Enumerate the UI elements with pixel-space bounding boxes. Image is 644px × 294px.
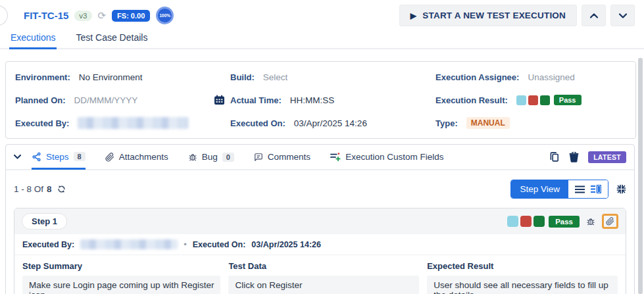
step-executed-on-label: Executed On: bbox=[193, 240, 246, 249]
step-executed-on-value: 03/Apr/2025 14:26 bbox=[251, 240, 321, 249]
calendar-icon[interactable] bbox=[214, 95, 225, 105]
next-chevron-down-button[interactable] bbox=[610, 5, 635, 26]
back-circle-button[interactable] bbox=[0, 5, 8, 26]
top-bar: FIT-TC-15 v3 ⟳ FS: 0.00 100% ▶ START A N… bbox=[0, 0, 644, 31]
step-result-square-green[interactable] bbox=[533, 216, 545, 227]
step-1-header[interactable]: Step 1 Pass bbox=[14, 208, 626, 234]
tab-steps-label: Steps bbox=[46, 152, 69, 162]
tab-execution-custom-fields[interactable]: Execution Custom Fields bbox=[330, 145, 443, 169]
execution-result-label: Execution Result: bbox=[435, 95, 508, 105]
tab-test-case-details[interactable]: Test Case Details bbox=[74, 31, 149, 48]
chevron-up-icon bbox=[590, 13, 598, 18]
main-tab-bar: Executions Test Case Details bbox=[0, 31, 644, 49]
result-square-red[interactable] bbox=[528, 95, 538, 105]
tab-execution-custom-fields-label: Execution Custom Fields bbox=[345, 152, 443, 162]
previous-chevron-up-button[interactable] bbox=[582, 5, 606, 26]
play-icon: ▶ bbox=[410, 11, 416, 20]
type-label: Type: bbox=[435, 118, 458, 128]
step-result-square-lightblue[interactable] bbox=[507, 216, 518, 227]
expected-result-value[interactable]: User should see all necessary fields to … bbox=[427, 276, 618, 294]
result-square-lightblue[interactable] bbox=[516, 95, 526, 105]
step-attachment-button-highlighted[interactable] bbox=[602, 214, 618, 229]
steps-count-row: 1 - 8 Of 8 Step View bbox=[6, 170, 634, 208]
test-data-column: Test Data Click on Register bbox=[228, 261, 419, 294]
tab-attachments[interactable]: Attachments bbox=[105, 145, 168, 169]
test-case-brand: FIT-TC-15 v3 ⟳ FS: 0.00 100% bbox=[24, 7, 174, 24]
split-view-icon[interactable] bbox=[591, 185, 601, 193]
list-view-icon[interactable] bbox=[575, 185, 585, 193]
environment-value[interactable]: No Environment bbox=[79, 72, 143, 82]
environment-label: Environment: bbox=[15, 72, 70, 82]
progress-circle-badge: 100% bbox=[156, 7, 174, 24]
actual-time-input[interactable]: HH:MM:SS bbox=[290, 95, 335, 105]
tab-comments[interactable]: Comments bbox=[254, 145, 310, 169]
field-execution-assignee: Execution Assignee: Unassigned bbox=[435, 70, 626, 84]
pagination-range: 1 - 8 Of bbox=[14, 184, 43, 194]
test-data-header: Test Data bbox=[228, 261, 419, 271]
collapse-section-chevron-icon[interactable] bbox=[14, 155, 21, 159]
result-square-green[interactable] bbox=[540, 95, 550, 105]
field-build: Build: Select bbox=[230, 70, 435, 84]
planned-on-input[interactable]: DD/MMM/YYYY bbox=[74, 95, 138, 105]
version-badge: v3 bbox=[74, 11, 91, 21]
custom-fields-icon bbox=[330, 152, 341, 162]
step-1-header-actions: Pass bbox=[507, 214, 618, 229]
scrollbar-thumb[interactable] bbox=[638, 58, 643, 294]
tab-attachments-label: Attachments bbox=[119, 152, 168, 162]
test-data-value[interactable]: Click on Register bbox=[228, 276, 419, 294]
vertical-scrollbar[interactable] bbox=[638, 58, 643, 294]
step-result-square-red[interactable] bbox=[520, 216, 532, 227]
execution-assignee-value[interactable]: Unassigned bbox=[528, 72, 574, 82]
executed-by-redacted-value bbox=[78, 117, 188, 129]
step-executed-by-label: Executed By: bbox=[22, 240, 74, 249]
start-new-test-execution-button[interactable]: ▶ START A NEW TEST EXECUTION bbox=[399, 5, 577, 26]
step-1-detail-grid: Step Summary Make sure Login page coming… bbox=[14, 255, 626, 294]
step-summary-value[interactable]: Make sure Login page coming up with Regi… bbox=[22, 276, 220, 294]
top-bar-actions: ▶ START A NEW TEST EXECUTION bbox=[399, 5, 635, 26]
test-case-id-link[interactable]: FIT-TC-15 bbox=[24, 10, 68, 21]
bug-icon bbox=[188, 152, 197, 162]
delete-execution-icon[interactable] bbox=[569, 152, 579, 162]
paperclip-icon bbox=[105, 153, 114, 162]
executed-on-label: Executed On: bbox=[230, 118, 285, 128]
step-view-toggle: Step View bbox=[510, 180, 608, 199]
type-manual-badge: MANUAL bbox=[466, 117, 510, 129]
refresh-icon[interactable]: ⟳ bbox=[98, 11, 107, 20]
pass-badge[interactable]: Pass bbox=[554, 95, 582, 105]
steps-icon bbox=[32, 152, 41, 162]
field-planned-on: Planned On: DD/MMM/YYYY bbox=[15, 93, 230, 107]
field-executed-on: Executed On: 03/Apr/2025 14:26 bbox=[230, 116, 435, 130]
step-bug-icon[interactable] bbox=[586, 216, 595, 226]
field-executed-by: Executed By: bbox=[15, 116, 230, 130]
steps-count-badge: 8 bbox=[74, 152, 86, 161]
copy-execution-icon[interactable] bbox=[549, 151, 560, 162]
step-paperclip-icon bbox=[606, 216, 614, 226]
tab-comments-label: Comments bbox=[268, 152, 310, 162]
collapse-all-icon[interactable] bbox=[616, 184, 626, 194]
step-view-button[interactable]: Step View bbox=[511, 180, 568, 198]
step-1-card: Step 1 Pass Executed By: • Exec bbox=[14, 208, 626, 294]
tab-bug-label: Bug bbox=[202, 152, 218, 162]
fs-score-badge: FS: 0.00 bbox=[112, 10, 150, 22]
executed-on-value: 03/Apr/2025 14:26 bbox=[294, 118, 367, 128]
tab-executions[interactable]: Executions bbox=[9, 31, 57, 49]
step-summary-column: Step Summary Make sure Login page coming… bbox=[22, 261, 220, 294]
build-select[interactable]: Select bbox=[263, 72, 288, 82]
steps-section-panel: Steps 8 Attachments Bug 0 Comments Execu… bbox=[5, 144, 635, 294]
tab-steps[interactable]: Steps 8 bbox=[32, 145, 86, 170]
pagination-total: 8 bbox=[47, 184, 52, 194]
step-summary-header: Step Summary bbox=[22, 261, 220, 271]
step-1-result-squares[interactable]: Pass bbox=[507, 216, 580, 228]
bug-count-badge: 0 bbox=[222, 153, 234, 162]
step-1-title-pill: Step 1 bbox=[22, 213, 67, 230]
step-pass-badge[interactable]: Pass bbox=[549, 216, 580, 228]
refresh-steps-icon[interactable] bbox=[57, 185, 66, 193]
execution-result-squares[interactable]: Pass bbox=[516, 95, 582, 105]
field-execution-result: Execution Result: Pass bbox=[435, 93, 626, 107]
start-button-label: START A NEW TEST EXECUTION bbox=[422, 11, 566, 20]
tab-bug[interactable]: Bug 0 bbox=[188, 145, 234, 169]
steps-tab-actions: LATEST bbox=[549, 151, 626, 163]
meta-separator-dot: • bbox=[184, 239, 187, 249]
build-label: Build: bbox=[230, 72, 255, 82]
execution-assignee-label: Execution Assignee: bbox=[435, 72, 519, 82]
